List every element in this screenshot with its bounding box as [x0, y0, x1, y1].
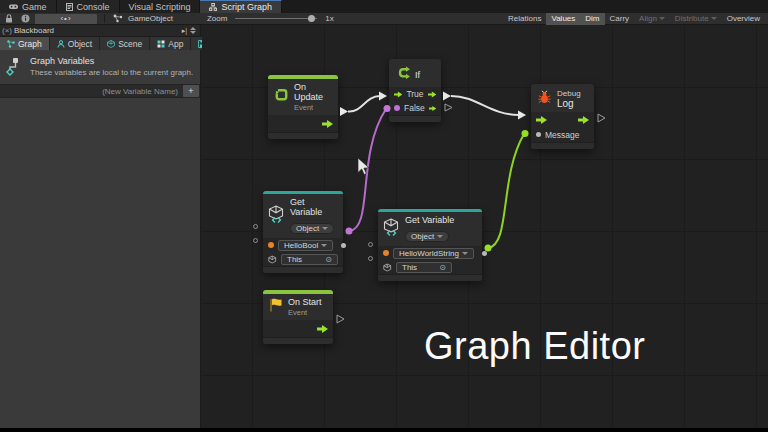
graph-view-toggles: Relations Values Dim Carry Align Distrib…: [503, 13, 765, 25]
spinner-down-icon[interactable]: [190, 31, 196, 34]
info-icon[interactable]: [19, 14, 31, 24]
relations-toggle[interactable]: Relations: [503, 13, 546, 25]
wire-if-true-to-debug[interactable]: [451, 96, 519, 115]
condition-input-port[interactable]: [394, 105, 400, 111]
scene-tab-icon: [107, 40, 115, 48]
node-footer: [263, 337, 333, 344]
node-surtitle: Debug: [557, 89, 581, 98]
dim-toggle[interactable]: Dim: [580, 13, 604, 25]
node-debug-log[interactable]: Debug Log Message: [531, 84, 594, 149]
tab-script-graph-label: Script Graph: [221, 2, 272, 12]
node-get-variable-bool[interactable]: Get Variable Object HelloBool: [263, 191, 343, 273]
wire-endpoint-dot: [522, 130, 529, 137]
flow-input-port[interactable]: [394, 91, 402, 98]
tab-graph[interactable]: Graph: [0, 37, 50, 50]
gameobject-cube-icon: [268, 255, 277, 264]
new-variable-input[interactable]: (New Variable Name): [0, 87, 183, 96]
flow-output-port[interactable]: [578, 116, 589, 124]
variable-name-dropdown[interactable]: HelloWorldString: [393, 248, 474, 259]
external-port-circle[interactable]: [253, 224, 258, 229]
node-footer: [268, 132, 338, 139]
value-output-port[interactable]: [482, 251, 487, 256]
tab-scene[interactable]: Scene: [100, 37, 150, 50]
wire-onupdate-to-if[interactable]: [348, 96, 380, 112]
chevron-down-icon: [437, 235, 443, 238]
flow-output-port[interactable]: [322, 120, 333, 128]
wire-helloworldstring-to-debug[interactable]: [488, 134, 524, 248]
false-flow-output-port[interactable]: [429, 105, 436, 112]
values-toggle[interactable]: Values: [546, 13, 580, 25]
align-dropdown[interactable]: Align: [634, 13, 670, 25]
target-picker-icon[interactable]: ⊙: [325, 255, 332, 264]
tab-app-label: App: [168, 39, 183, 49]
graph-canvas[interactable]: On Update Event If T: [202, 25, 768, 428]
target-picker-icon[interactable]: ⊙: [439, 263, 446, 272]
value-output-port[interactable]: [341, 243, 346, 248]
graph-toolbar: ‹•› GameObject Zoom 1x Relations Values …: [0, 13, 768, 25]
flag-icon: [269, 298, 283, 316]
external-port-circle[interactable]: [253, 238, 258, 243]
blackboard-icon: (×): [2, 26, 12, 35]
overview-button[interactable]: Overview: [722, 13, 765, 25]
tab-game[interactable]: Game: [0, 0, 57, 13]
variable-name-dropdown[interactable]: HelloBool: [278, 240, 333, 251]
add-variable-button[interactable]: +: [183, 85, 199, 97]
external-port-circle[interactable]: [368, 256, 373, 261]
connected-flow-triangle: [518, 111, 526, 120]
carry-toggle[interactable]: Carry: [605, 13, 635, 25]
zoom-value: 1x: [325, 14, 333, 23]
tab-game-label: Game: [22, 2, 47, 12]
panel-spinner[interactable]: [190, 27, 198, 34]
app-tab-icon: [157, 40, 165, 48]
node-footer: [531, 142, 594, 149]
tab-app[interactable]: App: [150, 37, 191, 50]
tab-visual-scripting-label: Visual Scripting: [129, 2, 191, 12]
editor-tab-bar: Game Console Visual Scripting Script Gra…: [0, 0, 768, 13]
external-port-circle[interactable]: [368, 242, 373, 247]
graph-path-button[interactable]: ‹•›: [35, 14, 97, 24]
lock-icon[interactable]: [3, 14, 15, 24]
dim-label: Dim: [585, 14, 599, 23]
true-flow-output-port[interactable]: [428, 91, 436, 98]
tab-script-graph[interactable]: Script Graph: [200, 0, 282, 13]
gameobject-label[interactable]: GameObject: [128, 14, 173, 23]
chevron-down-icon: [321, 244, 327, 247]
zoom-slider-handle[interactable]: [308, 15, 315, 22]
node-title: Get Variable: [290, 197, 338, 217]
new-variable-row: (New Variable Name) +: [0, 84, 200, 98]
node-title: Log: [557, 98, 581, 109]
target-field[interactable]: This ⊙: [396, 262, 452, 273]
spinner-up-icon[interactable]: [190, 27, 196, 30]
wire-endpoint-dot: [346, 228, 353, 235]
variable-name-input-port[interactable]: [383, 250, 389, 256]
object-tab-icon: [57, 40, 65, 48]
node-if[interactable]: If True False: [389, 59, 441, 122]
message-port-label: Message: [545, 130, 580, 140]
variable-name-input-port[interactable]: [268, 242, 274, 248]
zoom-slider[interactable]: [235, 18, 317, 19]
node-on-update[interactable]: On Update Event: [268, 75, 338, 139]
node-on-start[interactable]: On Start Event: [263, 290, 333, 344]
update-loop-icon: [274, 88, 289, 106]
tab-scene-label: Scene: [118, 39, 142, 49]
target-field[interactable]: This ⊙: [281, 254, 338, 265]
tab-object[interactable]: Object: [50, 37, 101, 50]
scope-label: Object: [411, 232, 434, 241]
blackboard-header: (×) Blackboard ▸|: [0, 25, 200, 37]
blackboard-tab-bar: Graph Object Scene App Saved: [0, 37, 200, 50]
graph-tab-icon: [7, 40, 15, 48]
variable-scope-dropdown[interactable]: Object: [290, 223, 334, 234]
variable-cube-icon: [268, 205, 285, 227]
node-get-variable-string[interactable]: Get Variable Object HelloWorldString: [378, 209, 482, 281]
tab-object-label: Object: [68, 39, 93, 49]
panel-dock-icon[interactable]: ▸|: [182, 27, 187, 35]
graph-variables-section: Graph Variables These variables are loca…: [0, 50, 200, 84]
flow-output-port[interactable]: [317, 325, 328, 333]
variable-scope-dropdown[interactable]: Object: [405, 231, 449, 242]
message-input-port[interactable]: [536, 132, 541, 137]
tab-console[interactable]: Console: [57, 0, 120, 13]
tab-visual-scripting[interactable]: Visual Scripting: [120, 0, 201, 13]
distribute-dropdown[interactable]: Distribute: [670, 13, 722, 25]
zoom-label: Zoom: [207, 14, 227, 23]
flow-input-port[interactable]: [536, 116, 547, 124]
